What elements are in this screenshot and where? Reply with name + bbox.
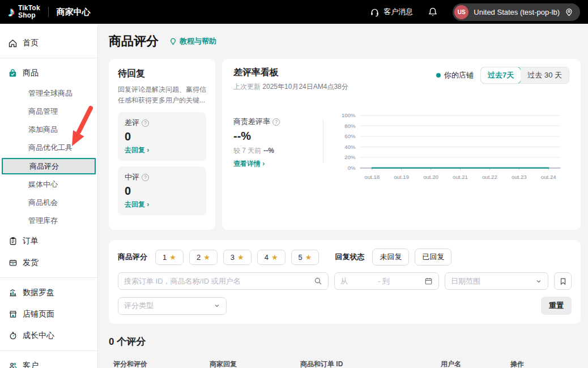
chevron-down-icon bbox=[535, 278, 542, 285]
negative-review-card[interactable]: 差评 ? 0 去回复 › bbox=[118, 112, 206, 161]
sidebar-subitem-optimization-tools[interactable]: 商品优化工具 bbox=[0, 140, 97, 156]
reply-status-unreplied-button[interactable]: 未回复 bbox=[372, 249, 409, 266]
customer-messages-button[interactable]: 客户消息 bbox=[370, 7, 413, 17]
sidebar-item-analytics[interactable]: 数据罗盘 bbox=[0, 284, 97, 302]
sidebar-item-home-label: 首页 bbox=[23, 38, 39, 48]
sidebar-item-home[interactable]: 首页 bbox=[0, 34, 97, 52]
bad-review-rate-stats: 商责差评率 ? --% 较 7 天前--% 查看详情 › bbox=[233, 106, 323, 169]
tiktok-shop-logo[interactable]: ♪ TikTok Shop bbox=[8, 5, 40, 19]
question-circle-icon: ? bbox=[142, 174, 149, 181]
sidebar-subitem-product-ratings[interactable]: 商品评分 bbox=[2, 158, 96, 174]
svg-text:out.24: out.24 bbox=[541, 174, 556, 180]
svg-text:100%: 100% bbox=[342, 112, 356, 118]
app-title: 商家中心 bbox=[57, 7, 91, 18]
rating-filter-4-star[interactable]: 4★ bbox=[257, 250, 286, 265]
date-to-input[interactable] bbox=[378, 277, 407, 285]
account-region-label: United States (test-pop-lb) bbox=[474, 8, 560, 16]
sidebar-divider bbox=[0, 350, 97, 351]
ratings-table-header: 评分和评价 商家回复 商品和订单 ID 用户名 操作 bbox=[109, 360, 581, 368]
rating-5-text: 5 bbox=[299, 253, 302, 262]
neutral-review-card[interactable]: 中评 ? 0 去回复 › bbox=[118, 166, 206, 215]
date-from-input[interactable] bbox=[340, 277, 376, 285]
svg-text:20%: 20% bbox=[344, 154, 356, 160]
ratings-count: 0 个评分 bbox=[109, 335, 581, 348]
filter-panel: 商品评分 1★ 2★ 3★ 4★ 5★ 回复状态 未回复 已回复 bbox=[109, 240, 581, 324]
storefront-icon bbox=[8, 310, 18, 319]
date-range-preset-select[interactable]: 日期范围 bbox=[445, 272, 548, 290]
metric-label: 商责差评率 bbox=[233, 117, 270, 127]
neutral-review-reply-link[interactable]: 去回复 › bbox=[125, 200, 199, 209]
bad-review-chart: 0%20%40%60%80%100%out.18out.19out.20out.… bbox=[334, 106, 569, 185]
sidebar-item-orders-label: 订单 bbox=[23, 236, 39, 246]
column-seller-reply: 商家回复 bbox=[210, 360, 300, 368]
negative-review-count: 0 bbox=[125, 130, 199, 143]
dashboard-title: 差评率看板 bbox=[233, 67, 348, 79]
chart-legend: 你的店铺 bbox=[436, 70, 474, 80]
sidebar-subitem-product-management[interactable]: 商品管理 bbox=[0, 104, 97, 119]
stopwatch-icon bbox=[8, 331, 18, 341]
rating-2-text: 2 bbox=[197, 253, 201, 262]
rating-type-placeholder: 评分类型 bbox=[124, 301, 154, 311]
headset-icon bbox=[370, 7, 380, 17]
date-range-field[interactable] bbox=[334, 272, 439, 290]
clipboard-icon bbox=[8, 237, 18, 246]
last-updated-label: 上次更新 bbox=[233, 83, 261, 91]
tutorial-help-link[interactable]: 教程与帮助 bbox=[169, 36, 216, 46]
calendar-icon bbox=[424, 277, 433, 285]
brand-text: TikTok Shop bbox=[18, 5, 40, 19]
star-icon: ★ bbox=[305, 253, 312, 262]
sidebar-item-shop-pages[interactable]: 店铺页面 bbox=[0, 305, 97, 323]
star-icon: ★ bbox=[237, 253, 244, 262]
main-content: 商品评分 教程与帮助 待回复 回复评论是解决问题、赢得信任感和获得更多用户的关键… bbox=[98, 24, 588, 368]
sidebar-item-shipping[interactable]: 发货 bbox=[0, 254, 97, 272]
date-range-preset-placeholder: 日期范围 bbox=[451, 276, 480, 286]
sidebar-item-products[interactable]: 商品 bbox=[0, 64, 97, 82]
range-30d-button[interactable]: 过去 30 天 bbox=[521, 67, 569, 83]
rating-3-text: 3 bbox=[231, 253, 235, 262]
svg-text:out.23: out.23 bbox=[512, 174, 527, 180]
sidebar-subitem-inventory[interactable]: 管理库存 bbox=[0, 213, 97, 229]
search-field[interactable] bbox=[118, 272, 329, 290]
chevron-down-icon bbox=[214, 302, 220, 309]
notifications-button[interactable] bbox=[428, 7, 438, 17]
column-actions: 操作 bbox=[510, 360, 581, 368]
view-details-link[interactable]: 查看详情 › bbox=[233, 159, 323, 169]
sidebar-subitem-product-opportunities[interactable]: 商品机会 bbox=[0, 195, 97, 211]
rating-filter-5-star[interactable]: 5★ bbox=[291, 250, 319, 265]
svg-text:40%: 40% bbox=[344, 144, 356, 150]
topbar-divider bbox=[48, 7, 49, 17]
rating-filter-3-star[interactable]: 3★ bbox=[223, 250, 252, 265]
sidebar-item-customers[interactable]: 客户 bbox=[0, 357, 97, 368]
us-flag-badge: US bbox=[454, 5, 468, 19]
svg-text:0%: 0% bbox=[348, 165, 356, 171]
bad-review-rate-dashboard: 差评率看板 上次更新 2025年10月24日AM4点38分 你的店铺 过去7天 … bbox=[222, 59, 581, 230]
rating-filter-2-star[interactable]: 2★ bbox=[189, 250, 218, 265]
rating-type-select[interactable]: 评分类型 bbox=[118, 297, 227, 315]
negative-review-reply-link[interactable]: 去回复 › bbox=[125, 146, 199, 155]
pending-reply-card: 待回复 回复评论是解决问题、赢得信任感和获得更多用户的关键... 差评 ? 0 … bbox=[109, 59, 215, 230]
star-icon: ★ bbox=[169, 253, 176, 262]
rating-filter-1-star[interactable]: 1★ bbox=[155, 250, 184, 265]
sidebar: 首页 商品 管理全球商品 商品管理 添加商品 商品优化工具 商品评分 媒体中心 … bbox=[0, 24, 98, 368]
tutorial-help-label: 教程与帮助 bbox=[180, 36, 216, 46]
page-title: 商品评分 bbox=[109, 33, 159, 50]
save-filter-button[interactable] bbox=[554, 272, 572, 290]
range-7d-button[interactable]: 过去7天 bbox=[480, 67, 521, 84]
reply-status-replied-button[interactable]: 已回复 bbox=[415, 249, 451, 266]
sidebar-subitem-global-products[interactable]: 管理全球商品 bbox=[0, 85, 97, 101]
reset-button[interactable]: 重置 bbox=[541, 297, 572, 315]
sidebar-item-growth[interactable]: 成长中心 bbox=[0, 327, 97, 345]
search-input[interactable] bbox=[124, 277, 314, 285]
sidebar-subitem-add-product[interactable]: 添加商品 bbox=[0, 122, 97, 138]
svg-text:out.22: out.22 bbox=[482, 174, 497, 180]
sidebar-subitem-media-center[interactable]: 媒体中心 bbox=[0, 177, 97, 192]
customer-messages-label: 客户消息 bbox=[384, 7, 413, 17]
neutral-review-count: 0 bbox=[125, 185, 199, 198]
lightbulb-icon bbox=[169, 37, 177, 46]
brand-line2: Shop bbox=[18, 11, 36, 19]
account-region-selector[interactable]: US United States (test-pop-lb) bbox=[453, 3, 580, 21]
sidebar-item-orders[interactable]: 订单 bbox=[0, 232, 97, 250]
column-product-order-id: 商品和订单 ID bbox=[300, 360, 441, 368]
rating-filter-label: 商品评分 bbox=[118, 252, 147, 262]
location-pin-icon bbox=[565, 8, 573, 16]
